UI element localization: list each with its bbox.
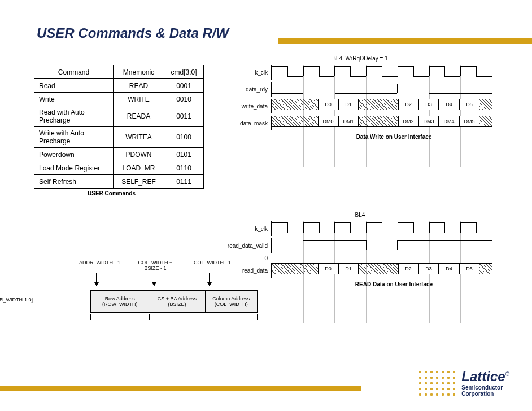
table-header-row: Command Mnemonic cmd[3:0] xyxy=(34,65,204,79)
bus-cell: D5 xyxy=(459,263,479,274)
table-row: Self RefreshSELF_REF0111 xyxy=(34,175,204,189)
bus-cell: D0 xyxy=(318,99,338,110)
commands-caption: USER Commands xyxy=(88,190,136,196)
bus-cell: D1 xyxy=(338,263,359,274)
addr-cell-csba: CS + BA Address (BSIZE) xyxy=(149,291,205,312)
cell-code: 0100 xyxy=(164,127,204,148)
logo-dot-grid-icon xyxy=(417,369,457,396)
cell-mnemonic: WRITEA xyxy=(114,127,164,148)
col-mnemonic: Mnemonic xyxy=(114,65,164,79)
signal-row-read-data: read_data D0D1D2D3D4D5 xyxy=(226,262,494,279)
bus-cell: DM5 xyxy=(459,116,479,127)
cell-mnemonic: SELF_REF xyxy=(114,175,164,189)
write-timing-title: BL4, WrRqDDelay = 1 xyxy=(226,55,494,62)
addr-label-1: COL_WIDTH + BSIZE - 1 xyxy=(136,260,175,271)
signal-label: k_clk xyxy=(226,226,271,232)
bus-cell: DM0 xyxy=(318,116,338,127)
logo-sub1: Semiconductor xyxy=(461,384,509,391)
page-title: USER Commands & Data R/W xyxy=(37,25,229,41)
cell-code: 0101 xyxy=(164,148,204,161)
col-command: Command xyxy=(34,65,114,79)
cell-mnemonic: PDOWN xyxy=(114,148,164,161)
write-timing-caption: Data Write on User Interface xyxy=(294,134,494,140)
bus-cell: DM3 xyxy=(418,116,439,127)
signal-label: data_mask xyxy=(226,120,271,126)
table-row: WriteWRITE0010 xyxy=(34,93,204,106)
bus-cell: D5 xyxy=(459,99,479,110)
waveform-data-mask: DM0DM1DM2DM3DM4DM5 xyxy=(271,116,494,130)
table-row: Read with Auto PrechargeREADA0011 xyxy=(34,106,204,127)
signal-row-kclk2: k_clk xyxy=(226,220,494,237)
addr-cell-line1: CS + BA Address xyxy=(158,296,197,301)
waveform-kclk2 xyxy=(271,221,494,236)
addr-label-0: ADDR_WIDTH - 1 xyxy=(79,260,120,265)
logo-sub2: Corporation xyxy=(461,391,509,397)
table-row: PowerdownPDOWN0101 xyxy=(34,148,204,161)
bus-cell: D2 xyxy=(398,99,418,110)
cell-command: Write xyxy=(34,93,114,106)
cell-command: Powerdown xyxy=(34,148,114,161)
addr-cell-col: Column Address (COL_WIDTH) xyxy=(206,291,257,312)
waveform-data-rdy xyxy=(271,82,494,97)
write-timing-diagram: BL4, WrRqDDelay = 1 k_clk data_rdy write… xyxy=(226,55,494,140)
waveform-kclk xyxy=(271,65,494,80)
addr-cell-line2: (ROW_WIDTH) xyxy=(102,301,138,307)
cell-command: Read with Auto Precharge xyxy=(34,106,114,127)
table-row: Load Mode RegisterLOAD_MR0110 xyxy=(34,161,204,175)
decor-bar-top xyxy=(278,38,532,44)
addr-cell-line2: (COL_WIDTH) xyxy=(215,301,248,307)
cell-command: Self Refresh xyxy=(34,175,114,189)
addr-left-label: addr[ADDR_WIDTH-1:0] xyxy=(0,297,33,303)
signal-row-data-mask: data_mask DM0DM1DM2DM3DM4DM5 xyxy=(226,115,494,132)
signal-label: data_rdy xyxy=(226,86,271,93)
user-commands-table: Command Mnemonic cmd[3:0] ReadREAD0001Wr… xyxy=(34,65,204,189)
bus-cell: DM2 xyxy=(398,116,418,127)
cell-command: Write with Auto Precharge xyxy=(34,127,114,148)
bus-cell: D2 xyxy=(398,263,418,274)
addr-cell-line1: Column Address xyxy=(212,296,250,301)
signal-row-zero: 0 xyxy=(226,254,494,262)
read-timing-diagram: BL4 k_clk read_data_valid 0 read_data D0… xyxy=(226,212,494,287)
cell-code: 0011 xyxy=(164,106,204,127)
bus-cell: DM4 xyxy=(439,116,459,127)
signal-row-read-data-valid: read_data_valid xyxy=(226,237,494,254)
cell-mnemonic: READ xyxy=(114,79,164,93)
addr-cell-line1: Row Address xyxy=(105,296,135,301)
cell-mnemonic: LOAD_MR xyxy=(114,161,164,175)
col-cmd-bits: cmd[3:0] xyxy=(164,65,204,79)
signal-label: write_data xyxy=(226,103,271,110)
read-timing-caption: READ Data on User Interface xyxy=(294,281,494,287)
cell-mnemonic: WRITE xyxy=(114,93,164,106)
bus-cell: D1 xyxy=(338,99,359,110)
bus-cell: DM1 xyxy=(338,116,359,127)
bus-cell: D4 xyxy=(439,99,459,110)
address-format-diagram: ADDR_WIDTH - 1 COL_WIDTH + BSIZE - 1 COL… xyxy=(34,260,243,321)
signal-row-kclk: k_clk xyxy=(226,64,494,81)
signal-label: read_data_valid xyxy=(226,243,271,249)
signal-label: k_clk xyxy=(226,69,271,76)
bus-cell: D3 xyxy=(418,99,439,110)
bus-cell: D4 xyxy=(439,263,459,274)
logo-brand-text: Lattice xyxy=(461,369,505,384)
addr-cell-line2: (BSIZE) xyxy=(168,301,186,307)
cell-code: 0110 xyxy=(164,161,204,175)
waveform-write-data: D0D1D2D3D4D5 xyxy=(271,99,494,113)
cell-command: Load Mode Register xyxy=(34,161,114,175)
waveform-read-data: D0D1D2D3D4D5 xyxy=(271,263,494,278)
signal-row-write-data: write_data D0D1D2D3D4D5 xyxy=(226,98,494,115)
decor-bar-bottom xyxy=(0,386,361,391)
lattice-logo: Lattice® Semiconductor Corporation xyxy=(417,369,509,397)
bus-cell: D3 xyxy=(418,263,439,274)
table-row: Write with Auto PrechargeWRITEA0100 xyxy=(34,127,204,148)
addr-label-2: COL_WIDTH - 1 xyxy=(194,260,231,265)
cell-code: 0010 xyxy=(164,93,204,106)
waveform-read-data-valid xyxy=(271,238,494,253)
bus-cell: D0 xyxy=(318,263,338,274)
cell-mnemonic: READA xyxy=(114,106,164,127)
addr-cell-row: Row Address (ROW_WIDTH) xyxy=(91,291,149,312)
read-timing-title: BL4 xyxy=(226,212,494,218)
cell-command: Read xyxy=(34,79,114,93)
table-row: ReadREAD0001 xyxy=(34,79,204,93)
registered-mark-icon: ® xyxy=(505,371,509,377)
signal-row-data-rdy: data_rdy xyxy=(226,81,494,98)
